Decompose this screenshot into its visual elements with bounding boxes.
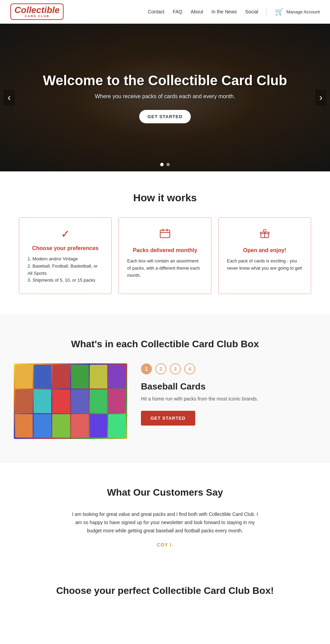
card-thumb-13 [15, 414, 33, 438]
card-thumb-9 [52, 389, 70, 413]
card-thumb-6 [108, 365, 126, 388]
card-thumb-8 [34, 389, 51, 413]
logo-line2: CARD CLUB [25, 14, 50, 18]
nav-social[interactable]: Social [245, 9, 258, 14]
customers-say-section: What Our Customers Say I am looking for … [0, 463, 330, 571]
nav-contact[interactable]: Contact [148, 9, 164, 14]
whats-in-image [14, 363, 127, 439]
how-it-works-cards: ✓ Choose your preferences 1. Modern and/… [14, 217, 316, 294]
logo-line1: Collectible [14, 5, 59, 14]
card-open-enjoy: Open and enjoy! Each pack of cards is ex… [218, 217, 311, 294]
cart-icon[interactable]: 🛒 [275, 8, 284, 16]
step-dot-4[interactable]: 4 [184, 363, 195, 374]
hero-title: Welcome to the Collectible Card Club [43, 72, 287, 89]
card-enjoy-body: Each pack of cards is exciting - you nev… [227, 258, 302, 272]
customers-say-heading: What Our Customers Say [14, 487, 316, 498]
whats-in-heading: What's in each Collectible Card Club Box [14, 339, 316, 350]
card-choose-title: Choose your preferences [28, 245, 103, 251]
card-thumb-3 [52, 365, 70, 388]
card-packs-delivered: Packs delivered monthly Each box will co… [119, 217, 211, 294]
card-thumb-11 [90, 389, 107, 413]
card-thumb-10 [71, 389, 89, 413]
card-packs-body: Each box will contain an assortment of p… [127, 258, 203, 279]
card-packs-title: Packs delivered monthly [127, 247, 203, 253]
hero-section: ‹ Welcome to the Collectible Card Club W… [0, 24, 330, 171]
main-nav: Contact FAQ About In the News Social 🛒 M… [148, 8, 320, 16]
card-thumb-17 [90, 414, 107, 438]
hero-next-arrow[interactable]: › [315, 89, 327, 106]
card-thumb-4 [71, 365, 89, 388]
hero-dots [160, 163, 170, 166]
hero-prev-arrow[interactable]: ‹ [3, 89, 15, 106]
how-it-works-section: How it works ✓ Choose your preferences 1… [0, 171, 330, 315]
step-dot-3[interactable]: 3 [170, 363, 181, 374]
gift-icon [227, 227, 302, 242]
how-it-works-heading: How it works [14, 192, 316, 204]
cart-area: 🛒 Manage Account [275, 8, 320, 16]
card-thumb-2 [34, 365, 51, 388]
active-step-title: Baseball Cards [141, 381, 316, 392]
card-choose-body: 1. Modern and/or Vintage 2. Baseball, Fo… [28, 256, 103, 284]
card-thumb-16 [71, 414, 89, 438]
testimonial-author: COY I. [14, 542, 316, 547]
card-thumb-5 [90, 365, 107, 388]
active-step-desc: Hit a home run with packs from the most … [141, 395, 316, 403]
hero-cta-button[interactable]: GET STARTED [139, 110, 191, 123]
card-thumb-12 [108, 389, 126, 413]
choose-box-section: Choose your perfect Collectible Card Clu… [0, 572, 330, 603]
card-thumb-14 [34, 414, 51, 438]
nav-about[interactable]: About [190, 9, 203, 14]
testimonial-text: I am looking for great value and great p… [69, 510, 261, 535]
nav-faq[interactable]: FAQ [173, 9, 182, 14]
hero-dot-2[interactable] [166, 163, 170, 166]
hero-content: Welcome to the Collectible Card Club Whe… [29, 72, 301, 123]
card-thumb-7 [15, 389, 33, 413]
whats-in-cta-button[interactable]: GET STARTED [141, 411, 195, 426]
step-dot-1[interactable]: 1 [141, 363, 152, 374]
manage-account-link[interactable]: Manage Account [286, 9, 320, 14]
hero-subtitle: Where you receive packs of cards each an… [43, 93, 287, 100]
step-dots: 1 2 3 4 [141, 363, 316, 374]
whats-in-content: 1 2 3 4 Baseball Cards Hit a home run wi… [14, 363, 316, 439]
logo[interactable]: Collectible CARD CLUB [10, 3, 64, 20]
step-dot-2[interactable]: 2 [155, 363, 166, 374]
card-thumb-18 [108, 414, 126, 438]
checkmark-icon: ✓ [28, 227, 103, 240]
svg-rect-0 [160, 230, 170, 238]
nav-in-the-news[interactable]: In the News [211, 9, 237, 14]
header: Collectible CARD CLUB Contact FAQ About … [0, 0, 330, 24]
card-thumb-15 [52, 414, 70, 438]
whats-in-info: 1 2 3 4 Baseball Cards Hit a home run wi… [141, 363, 316, 426]
calendar-icon [127, 227, 203, 242]
card-thumb-1 [15, 365, 33, 388]
card-choose-preferences: ✓ Choose your preferences 1. Modern and/… [19, 217, 112, 294]
nav-divider [266, 8, 267, 15]
hero-dot-1[interactable] [160, 163, 164, 166]
whats-in-section: What's in each Collectible Card Club Box [0, 315, 330, 463]
choose-box-heading: Choose your perfect Collectible Card Clu… [14, 585, 316, 596]
card-enjoy-title: Open and enjoy! [227, 247, 302, 253]
